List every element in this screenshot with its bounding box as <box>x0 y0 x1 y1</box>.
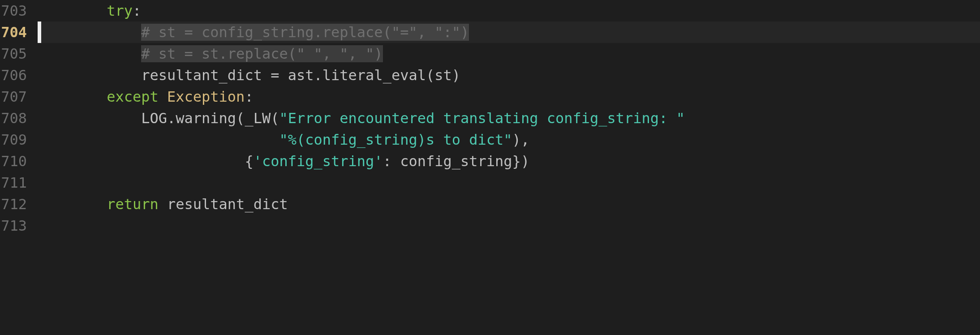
line-number: 706 <box>0 64 27 86</box>
token: : <box>383 153 400 170</box>
token: # st = st.replace(" ", ", ") <box>141 45 383 62</box>
token <box>159 196 167 213</box>
token: . <box>314 67 322 84</box>
token: ) <box>452 67 460 84</box>
code-line[interactable]: # st = config_string.replace("=", ":") <box>38 21 980 43</box>
token: st <box>434 67 452 84</box>
code-line[interactable]: except Exception: <box>38 86 980 107</box>
indent <box>38 110 141 127</box>
token: _LW <box>245 110 271 127</box>
code-line[interactable]: # st = st.replace(" ", ", ") <box>38 43 980 64</box>
code-line[interactable]: try: <box>38 0 980 21</box>
token: literal_eval <box>322 67 426 84</box>
token: 'config_string' <box>254 153 383 170</box>
indent <box>38 24 141 41</box>
token: except <box>107 88 159 105</box>
indent <box>38 67 141 84</box>
code-line[interactable]: return resultant_dict <box>38 193 980 215</box>
token: ast <box>288 67 314 84</box>
token: ( <box>271 110 279 127</box>
line-number: 712 <box>0 193 27 215</box>
indent <box>38 45 141 62</box>
token: return <box>107 196 159 213</box>
line-number: 708 <box>0 107 27 129</box>
token: "Error encountered translating config_st… <box>279 110 684 127</box>
token: try <box>107 2 133 19</box>
code-line[interactable] <box>38 172 980 193</box>
indent <box>38 153 245 170</box>
code-line[interactable]: resultant_dict = ast.literal_eval(st) <box>38 64 980 86</box>
indent <box>38 131 279 148</box>
token: Exception <box>167 88 245 105</box>
token: ), <box>512 131 530 148</box>
code-line[interactable]: LOG.warning(_LW("Error encountered trans… <box>38 107 980 129</box>
token: }) <box>512 153 530 170</box>
token: resultant_dict <box>141 67 271 84</box>
code-area[interactable]: try: # st = config_string.replace("=", "… <box>38 0 980 335</box>
indent <box>38 88 107 105</box>
token: config_string <box>400 153 512 170</box>
indent <box>38 196 107 213</box>
line-number: 713 <box>0 215 27 236</box>
token: "%(config_string)s to dict" <box>279 131 512 148</box>
token: # st = config_string.replace("=", ":") <box>141 24 469 41</box>
token <box>159 88 167 105</box>
code-editor[interactable]: 703704705706707708709710711712713 try: #… <box>0 0 980 335</box>
indent <box>38 2 107 19</box>
line-number-gutter: 703704705706707708709710711712713 <box>0 0 38 335</box>
line-number: 710 <box>0 150 27 172</box>
line-number: 707 <box>0 86 27 107</box>
token: warning <box>176 110 236 127</box>
line-number: 705 <box>0 43 27 64</box>
line-number: 711 <box>0 172 27 193</box>
code-line[interactable]: {'config_string': config_string}) <box>38 150 980 172</box>
line-number: 704 <box>0 21 27 43</box>
token: ( <box>236 110 245 127</box>
code-line[interactable]: "%(config_string)s to dict"), <box>38 129 980 150</box>
token: = <box>271 67 288 84</box>
token: ( <box>426 67 434 84</box>
token: : <box>133 2 141 19</box>
token: . <box>167 110 176 127</box>
code-line[interactable] <box>38 215 980 236</box>
token: resultant_dict <box>167 196 288 213</box>
token: { <box>245 153 253 170</box>
token: : <box>245 88 253 105</box>
line-number: 709 <box>0 129 27 150</box>
line-number: 703 <box>0 0 27 21</box>
token: LOG <box>141 110 167 127</box>
